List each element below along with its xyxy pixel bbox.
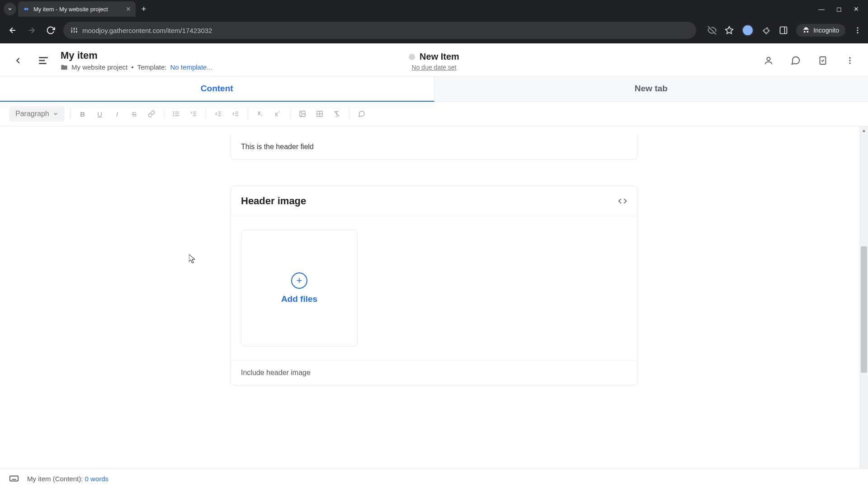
tab-new[interactable]: New tab <box>434 76 868 102</box>
template-prefix: Template: <box>137 63 166 71</box>
strikethrough-button[interactable]: S <box>127 107 141 121</box>
numbered-list-icon <box>190 110 197 117</box>
tab-strip: My item - My website project ✕ + — ◻ ✕ <box>0 0 868 18</box>
site-settings-icon[interactable] <box>71 27 78 34</box>
kebab-icon <box>845 56 854 65</box>
plus-circle-icon: + <box>291 272 307 289</box>
subscript-button[interactable]: 2 <box>254 107 267 121</box>
svg-point-15 <box>857 27 859 28</box>
incognito-label: Incognito <box>813 27 839 34</box>
superscript-icon: 2 <box>274 110 281 117</box>
comment-button[interactable] <box>355 107 368 121</box>
keyboard-icon[interactable] <box>9 474 19 483</box>
superscript-button[interactable]: 2 <box>271 107 284 121</box>
scroll-thumb[interactable] <box>861 246 867 373</box>
scroll-up-icon[interactable]: ▲ <box>861 127 867 134</box>
svg-marker-12 <box>726 27 733 34</box>
paragraph-style-select[interactable]: Paragraph <box>9 106 65 122</box>
add-files-dropzone[interactable]: + Add files <box>241 230 358 347</box>
svg-point-30 <box>173 113 174 114</box>
link-button[interactable] <box>145 107 158 121</box>
item-menu-button[interactable] <box>842 52 858 69</box>
forward-button[interactable] <box>25 24 38 37</box>
toolbar-divider <box>290 108 290 120</box>
toolbar-divider <box>70 108 71 120</box>
numbered-list-button[interactable] <box>187 107 200 121</box>
comment-icon <box>358 110 365 117</box>
underline-button[interactable]: U <box>93 107 107 121</box>
status-label[interactable]: New Item <box>420 52 459 62</box>
browser-tab[interactable]: My item - My website project ✕ <box>18 1 136 17</box>
breadcrumb-project[interactable]: My website project <box>71 63 127 71</box>
tasks-button[interactable] <box>815 52 831 69</box>
extensions-icon[interactable] <box>762 26 771 35</box>
word-count[interactable]: 0 words <box>85 475 109 483</box>
people-button[interactable] <box>760 52 777 69</box>
toolbar-divider <box>349 108 349 120</box>
header-text-field-card[interactable]: This is the header field <box>231 135 637 160</box>
svg-point-31 <box>173 115 174 116</box>
status-dot-icon <box>409 54 415 60</box>
template-link[interactable]: No template... <box>170 63 212 71</box>
vertical-scrollbar[interactable]: ▲ <box>860 127 868 469</box>
svg-text:2: 2 <box>278 110 280 113</box>
window-controls: — ◻ ✕ <box>818 5 864 13</box>
editor-toolbar: Paragraph B U I S 2 2 <box>0 102 868 127</box>
indent-button[interactable] <box>229 107 242 121</box>
kebab-menu-icon[interactable] <box>854 26 862 34</box>
status-bar: My item (Content): 0 words <box>0 469 868 488</box>
profile-avatar-icon[interactable] <box>742 24 754 36</box>
insert-image-button[interactable] <box>296 107 309 121</box>
outdent-button[interactable] <box>212 107 225 121</box>
tab-search-dropdown[interactable] <box>4 3 16 15</box>
back-button[interactable] <box>6 24 19 37</box>
outline-toggle-button[interactable] <box>35 52 52 69</box>
tab-content[interactable]: Content <box>0 76 434 102</box>
minimize-icon[interactable]: — <box>818 5 825 13</box>
outdent-icon <box>215 110 222 117</box>
incognito-badge[interactable]: Incognito <box>796 24 845 37</box>
maximize-icon[interactable]: ◻ <box>836 5 842 13</box>
due-date-link[interactable]: No due date set <box>412 64 457 71</box>
status-block: New Item No due date set <box>409 52 459 71</box>
bold-button[interactable]: B <box>76 107 90 121</box>
svg-point-16 <box>857 30 859 31</box>
outline-icon <box>38 55 49 66</box>
clear-formatting-button[interactable] <box>330 107 344 121</box>
svg-rect-13 <box>780 27 787 34</box>
close-window-icon[interactable]: ✕ <box>854 5 859 13</box>
subscript-icon: 2 <box>257 110 264 117</box>
clear-format-icon <box>333 110 340 117</box>
svg-point-29 <box>173 112 174 112</box>
person-icon <box>764 56 774 66</box>
content-scroll-region[interactable]: This is the header field Header image + … <box>0 127 868 469</box>
page-title[interactable]: My item <box>61 50 212 61</box>
bullet-list-icon <box>173 110 180 117</box>
field-settings-button[interactable] <box>618 197 627 206</box>
new-tab-button[interactable]: + <box>137 5 150 14</box>
toolbar-divider <box>206 108 206 120</box>
link-icon <box>148 110 155 117</box>
tab-close-icon[interactable]: ✕ <box>126 5 131 13</box>
indent-icon <box>232 110 239 117</box>
svg-point-24 <box>849 60 850 61</box>
reload-button[interactable] <box>44 24 57 37</box>
chevron-down-icon <box>53 111 58 117</box>
app-root: My item My website project • Template: N… <box>0 43 868 488</box>
url-field[interactable]: moodjoy.gathercontent.com/item/17423032 <box>63 22 696 39</box>
star-icon[interactable] <box>725 26 734 35</box>
field-hint: Include header image <box>231 360 637 385</box>
bullet-list-button[interactable] <box>170 107 183 121</box>
svg-point-25 <box>849 62 850 64</box>
comments-button[interactable] <box>788 52 804 69</box>
insert-table-button[interactable] <box>313 107 326 121</box>
eye-off-icon[interactable] <box>708 26 717 35</box>
italic-button[interactable]: I <box>110 107 124 121</box>
back-to-list-button[interactable] <box>10 52 26 69</box>
chevron-down-icon <box>7 6 13 12</box>
header-text-value[interactable]: This is the header field <box>241 143 627 151</box>
sidepanel-icon[interactable] <box>779 26 788 35</box>
image-icon <box>299 110 306 117</box>
breadcrumb-separator: • <box>131 63 133 71</box>
code-icon <box>618 197 627 206</box>
